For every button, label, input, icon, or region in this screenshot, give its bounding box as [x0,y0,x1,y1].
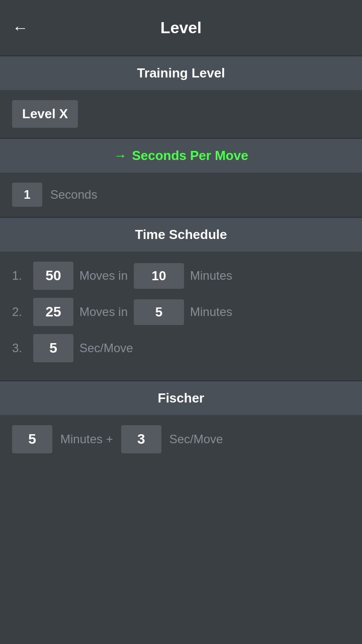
row-1-moves-in: Moves in [79,269,128,283]
row-2-moves-in: Moves in [79,305,128,319]
row-3-sec-move: Sec/Move [79,341,133,355]
back-button[interactable]: ← [12,20,28,36]
time-schedule-bar: Time Schedule [0,218,362,252]
row-2-number: 2. [12,305,27,319]
page-title: Level [160,19,202,37]
fischer-sec-value[interactable]: 3 [121,425,161,453]
seconds-per-move-label: Seconds Per Move [132,148,248,164]
row-2-time-unit: Minutes [190,305,232,319]
schedule-row-3: 3. 5 Sec/Move [12,334,350,362]
row-1-moves-value[interactable]: 50 [33,262,73,290]
row-1-time-unit: Minutes [190,269,232,283]
arrow-icon: → [114,148,127,164]
row-2-moves-value[interactable]: 25 [33,298,73,326]
fischer-minutes-label: Minutes + [60,432,113,446]
training-level-label: Training Level [137,65,225,80]
seconds-row: 1 Seconds [12,183,350,207]
time-schedule-content: 1. 50 Moves in 10 Minutes 2. 25 Moves in… [0,252,362,380]
schedule-row-1: 1. 50 Moves in 10 Minutes [12,262,350,290]
time-schedule-label: Time Schedule [135,227,227,242]
fischer-bar: Fischer [0,381,362,415]
header: ← Level [0,0,362,55]
seconds-unit-label: Seconds [50,188,97,202]
fischer-content: 5 Minutes + 3 Sec/Move [0,415,362,463]
seconds-per-move-content: 1 Seconds [0,173,362,217]
training-level-content: Level X [0,90,362,138]
row-1-number: 1. [12,269,27,283]
fischer-sec-label: Sec/Move [169,432,223,446]
row-2-time-value[interactable]: 5 [134,299,184,325]
row-3-moves-value[interactable]: 5 [33,334,73,362]
level-x-value[interactable]: Level X [12,100,78,128]
training-level-bar: Training Level [0,56,362,90]
seconds-value[interactable]: 1 [12,183,42,207]
row-1-time-value[interactable]: 10 [134,263,184,289]
seconds-per-move-bar[interactable]: → Seconds Per Move [0,139,362,173]
row-3-number: 3. [12,341,27,355]
fischer-minutes-value[interactable]: 5 [12,425,52,453]
fischer-label: Fischer [158,390,205,406]
fischer-row: 5 Minutes + 3 Sec/Move [12,425,350,453]
schedule-row-2: 2. 25 Moves in 5 Minutes [12,298,350,326]
